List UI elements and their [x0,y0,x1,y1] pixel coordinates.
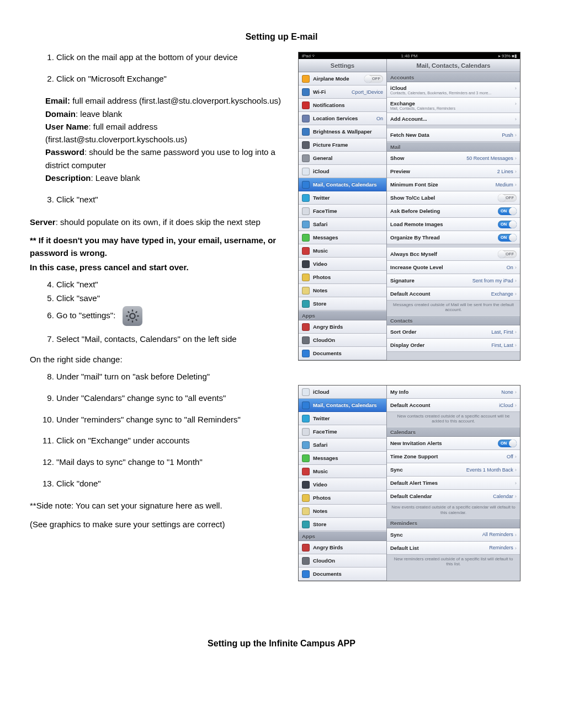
sidebar-item[interactable]: Airplane ModeOFF [299,72,386,85]
sidebar-item[interactable]: CloudOn [299,554,386,568]
ipad-screenshot-2: iCloudMail, Contacts, CalendarsTwitterFa… [298,385,520,581]
sidenote: **Side note: You can set your signature … [30,499,294,512]
steps-a: Click on the mail app at the bottom of y… [30,52,294,84]
sidebar-item[interactable]: Mail, Contacts, Calendars [299,399,386,412]
sidebar-item[interactable]: Store [299,297,386,311]
server-note: Server: should populate on its own, if i… [30,216,294,228]
apps-header-2: Apps [299,531,386,541]
sidebar-item[interactable]: Music [299,465,386,478]
app-icon [302,234,310,242]
sidebar-item[interactable]: CloudOn [299,334,386,347]
settings-row[interactable]: Show To/Cc LabelOFF [387,191,520,205]
account-row[interactable]: Exchange›Mail, Contacts, Calendars, Remi… [387,98,520,113]
sidebar-item[interactable]: Photos [299,271,386,284]
sidebar-item[interactable]: Twitter [299,191,386,205]
sidebar-item[interactable]: Notifications [299,99,386,112]
sidebar-item[interactable]: Twitter [299,412,386,425]
sidebar-item[interactable]: General [299,152,386,165]
settings-row[interactable]: Default AccountiCloud› [387,399,520,412]
sidebar-title: Settings [299,59,386,72]
app-icon [302,441,310,449]
accounts-header: Accounts [387,72,520,82]
toggle-off[interactable]: OFF [498,250,517,258]
sidebar-item[interactable]: Notes [299,505,386,518]
toggle-on[interactable]: ON [498,221,517,228]
toggle-off[interactable]: OFF [364,75,383,83]
title-campus: Setting up the Infinite Campus APP [30,639,533,649]
account-row[interactable]: Add Account...› [387,113,520,125]
sidebar-item[interactable]: Photos [299,491,386,505]
sidebar-item[interactable]: Safari [299,438,386,452]
settings-row[interactable]: SignatureSent from my iPad› [387,274,520,287]
toggle-off[interactable]: OFF [498,194,517,202]
settings-row[interactable]: Default AccountExchange› [387,287,520,301]
settings-row[interactable]: SyncEvents 1 Month Back› [387,463,520,477]
sidebar-item[interactable]: Location ServicesOn [299,112,386,125]
sidebar-item[interactable]: Documents [299,568,386,581]
sidebar-item[interactable]: Safari [299,218,386,231]
app-icon [302,507,310,515]
settings-row[interactable]: Preview2 Lines› [387,165,520,178]
toggle-on[interactable]: ON [498,207,517,215]
sidebar-item[interactable]: Video [299,258,386,271]
settings-row[interactable]: Display OrderFirst, Last› [387,339,520,352]
calendar-footnote: New events created outside of a specific… [387,503,520,518]
sidebar-item[interactable]: Messages [299,231,386,244]
sidebar-item[interactable]: Picture Frame [299,138,386,152]
sidebar-item[interactable]: Angry Birds [299,541,386,554]
sidebar-item[interactable]: Brightness & Wallpaper [299,125,386,138]
settings-row[interactable]: Default ListReminders› [387,542,520,555]
app-icon [302,428,310,436]
sidebar-item[interactable]: Documents [299,347,386,360]
steps-b: Click "next" [30,194,294,206]
settings-row[interactable]: Increase Quote LevelOn› [387,261,520,274]
app-icon [302,388,310,396]
reminders-footnote: New reminders created outside of a speci… [387,555,520,570]
settings-row[interactable]: Load Remote ImagesON [387,218,520,231]
sidebar-item[interactable]: Mail, Contacts, Calendars [299,178,386,191]
settings-row[interactable]: Always Bcc MyselfOFF [387,248,520,261]
settings-row[interactable]: Show50 Recent Messages› [387,152,520,165]
step-9: Under "Calendars" change sync to "all ev… [56,393,294,404]
app-icon [302,260,310,268]
sidebar-item[interactable]: Angry Birds [299,320,386,334]
app-icon [302,247,310,255]
settings-row[interactable]: My InfoNone› [387,386,520,399]
settings-row[interactable]: Time Zone SupportOff› [387,450,520,463]
settings-content: Mail, Contacts, Calendars Accounts iClou… [387,59,520,360]
settings-row[interactable]: Ask Before DeletingON [387,205,520,218]
settings-row[interactable]: Default CalendarCalendar› [387,490,520,503]
field-block: Email: full email address (first.last@st… [45,94,294,184]
settings-row[interactable]: New Invitation AlertsON [387,437,520,450]
settings-row[interactable]: Fetch New DataPush› [387,129,520,142]
toggle-on[interactable]: ON [498,440,517,447]
sidebar-item[interactable]: Notes [299,284,386,297]
contacts-footnote: New contacts created outside of a specif… [387,412,520,427]
toggle-on[interactable]: ON [498,234,517,242]
svg-point-0 [130,314,135,319]
sidebar-item[interactable]: iCloud [299,386,386,399]
sidebar-item[interactable]: Messages [299,452,386,465]
sidebar-item[interactable]: FaceTime [299,205,386,218]
sidebar-item[interactable]: Wi-FiCport_IDevice [299,85,386,99]
settings-row[interactable]: Minimum Font SizeMedium› [387,178,520,191]
sidebar-item[interactable]: Video [299,478,386,491]
sidebar-item[interactable]: iCloud [299,165,386,178]
app-icon [302,521,310,528]
settings-row[interactable]: Default Alert Times› [387,477,520,490]
settings-row[interactable]: Organize By ThreadON [387,231,520,244]
sidebar-item[interactable]: Music [299,244,386,258]
sidebar-item[interactable]: FaceTime [299,425,386,438]
app-icon [302,221,310,228]
settings-sidebar: Settings Airplane ModeOFFWi-FiCport_IDev… [299,59,387,360]
sidebar-item[interactable]: Store [299,518,386,531]
settings-app-icon [123,306,142,326]
instructions-left: Click on the mail app at the bottom of y… [30,52,294,606]
settings-row[interactable]: SyncAll Reminders› [387,528,520,542]
step-3: Click "next" [56,194,294,206]
warning-2: In this case, press cancel and start ove… [30,261,294,274]
app-icon [302,194,310,202]
settings-row[interactable]: Sort OrderLast, First› [387,325,520,339]
app-icon [302,154,310,162]
account-row[interactable]: iCloud›Contacts, Calendars, Bookmarks, R… [387,82,520,98]
